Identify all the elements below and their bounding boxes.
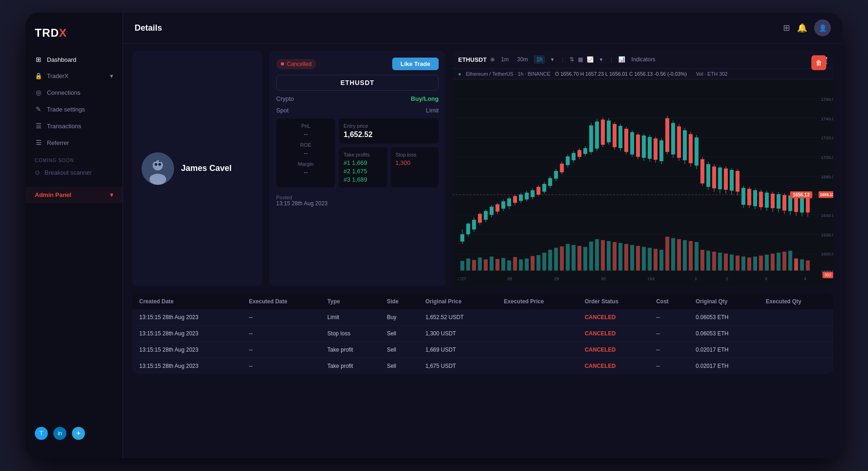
sidebar-label-transactions: Transactions [47, 123, 81, 130]
status-badge: Cancelled [276, 59, 316, 69]
sidebar-label-connections: Connections [47, 89, 80, 96]
svg-rect-199 [747, 257, 751, 270]
user-avatar[interactable]: 👤 [814, 20, 831, 36]
sidebar-item-admin-panel[interactable]: Admin Panel ▾ [26, 187, 123, 203]
svg-rect-161 [525, 258, 529, 270]
cell-executed-price-2 [497, 325, 578, 341]
sidebar-item-connections[interactable]: ◎ Connections [26, 84, 123, 101]
cell-original-price-2: 1,300 USDT [418, 325, 497, 341]
svg-rect-75 [589, 125, 593, 152]
breakout-scanner-label: Breakout scanner [45, 169, 92, 176]
sidebar-item-traderx[interactable]: 🔒 TraderX ▾ [26, 68, 123, 84]
svg-text:1700.00: 1700.00 [821, 155, 833, 160]
svg-rect-195 [724, 254, 728, 270]
stop-loss-label: Stop loss [395, 152, 434, 157]
timeframe-1h-btn[interactable]: 1h [534, 55, 544, 64]
cell-qty-1: 0.06053 ETH [689, 309, 759, 326]
svg-rect-198 [741, 256, 745, 270]
sidebar-item-dashboard[interactable]: ⊞ Dashboard [26, 51, 123, 68]
svg-rect-167 [560, 246, 564, 270]
svg-rect-160 [519, 260, 523, 271]
svg-rect-109 [689, 134, 693, 164]
linkedin-icon[interactable]: in [53, 427, 66, 440]
transactions-icon: ☰ [35, 122, 42, 130]
timeframe-dropdown-btn[interactable]: ▾ [549, 55, 556, 64]
svg-rect-184 [660, 250, 663, 271]
svg-rect-187 [677, 239, 681, 271]
svg-rect-174 [601, 240, 605, 271]
grid-icon-button[interactable]: ⊞ [783, 23, 790, 33]
indicators-btn[interactable]: Indicators [629, 55, 658, 64]
twitter-icon[interactable]: T [35, 427, 48, 440]
trade-type-row: Crypto Buy/Long [276, 95, 439, 102]
svg-rect-186 [671, 238, 675, 271]
sidebar-item-transactions[interactable]: ☰ Transactions [26, 118, 123, 134]
sidebar-bottom: T in ✈ [26, 418, 123, 449]
svg-rect-83 [613, 124, 616, 147]
svg-text:30: 30 [601, 276, 606, 281]
status-dot [281, 62, 284, 65]
cell-qty-3: 0.02017 ETH [689, 341, 759, 358]
logo-x: X [59, 26, 67, 39]
tablet-frame: TRDX ⊞ Dashboard 🔒 TraderX ▾ ◎ Connectio… [26, 13, 842, 458]
svg-rect-176 [613, 242, 616, 270]
svg-rect-137 [771, 194, 774, 208]
svg-rect-179 [630, 245, 634, 270]
telegram-icon[interactable]: ✈ [72, 427, 85, 440]
spot-label: Spot [276, 107, 289, 114]
svg-rect-150 [460, 261, 464, 271]
posted-time: 13:15 28th Aug 2023 [276, 200, 439, 207]
timeframe-1m-btn[interactable]: 1m [499, 55, 511, 64]
svg-rect-166 [554, 248, 558, 271]
sidebar-item-referrer[interactable]: ☰ Referrer [26, 134, 123, 151]
traderx-icon: 🔒 [35, 72, 42, 79]
svg-rect-45 [501, 202, 505, 209]
svg-rect-81 [607, 121, 610, 143]
chart-bar-icon: ▦ [578, 56, 583, 63]
timeframe-30m-btn[interactable]: 30m [515, 55, 530, 64]
sidebar-item-trade-settings[interactable]: ✎ Trade settings [26, 101, 123, 118]
svg-rect-55 [531, 190, 534, 197]
cell-cost-4: -- [649, 358, 689, 374]
svg-rect-190 [694, 242, 698, 270]
svg-rect-95 [648, 137, 652, 159]
connections-icon: ◎ [35, 89, 42, 96]
svg-text:1640.00: 1640.00 [821, 213, 833, 218]
svg-rect-145 [794, 196, 798, 212]
svg-text:1656.13: 1656.13 [820, 192, 833, 197]
notification-bell-button[interactable]: 🔔 [797, 23, 807, 33]
svg-rect-204 [777, 253, 780, 271]
svg-rect-39 [484, 211, 487, 220]
trade-header: Cancelled Like Trade [276, 58, 439, 70]
col-executed-qty: Executed Qty [759, 294, 833, 309]
cell-side-1: Buy [380, 309, 418, 326]
svg-rect-208 [800, 260, 804, 271]
cell-exec-qty-1 [759, 309, 833, 326]
svg-rect-178 [624, 244, 628, 270]
profile-avatar-image [142, 152, 174, 185]
svg-rect-169 [572, 245, 576, 270]
svg-rect-65 [560, 164, 564, 172]
orders-table: Created Date Executed Date Type Side Ori… [132, 294, 833, 374]
svg-rect-61 [548, 178, 552, 186]
chart-type-dropdown-btn[interactable]: ▾ [597, 55, 605, 64]
svg-rect-162 [531, 256, 534, 270]
svg-rect-159 [513, 257, 517, 270]
cell-executed-price-4 [497, 358, 578, 374]
svg-rect-49 [513, 196, 517, 203]
svg-rect-139 [777, 194, 780, 209]
profile-avatar [142, 152, 174, 185]
svg-rect-189 [689, 241, 693, 271]
svg-rect-152 [472, 260, 476, 271]
tp-values: #1 1,669 #2 1,675 #3 1,689 [343, 159, 382, 183]
svg-rect-173 [595, 239, 599, 271]
table-row: 13:15:15 28th Aug 2023 -- Take profit Se… [132, 358, 833, 374]
dashboard-icon: ⊞ [35, 56, 42, 63]
col-side: Side [380, 294, 418, 309]
svg-rect-201 [759, 255, 763, 270]
pnl-label: PnL [281, 123, 330, 129]
svg-rect-192 [706, 251, 710, 271]
svg-rect-135 [765, 193, 769, 208]
delete-button[interactable]: 🗑 [811, 55, 826, 70]
like-trade-button[interactable]: Like Trade [392, 58, 439, 70]
